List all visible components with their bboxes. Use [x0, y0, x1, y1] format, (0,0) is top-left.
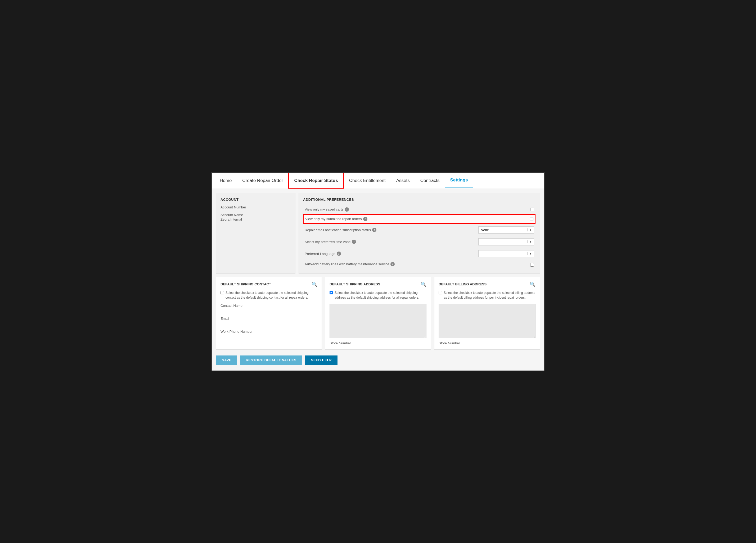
help-button[interactable]: NEED HELP [305, 355, 337, 365]
account-panel: ACCOUNT Account Number Account Name Zebr… [216, 193, 295, 274]
pref-saved-carts-label: View only my saved carts i [305, 207, 528, 212]
email-notification-select-wrapper: None All Custom [478, 227, 534, 234]
language-info-icon[interactable]: i [337, 252, 341, 256]
submitted-repairs-info-icon[interactable]: i [363, 217, 367, 221]
shipping-contact-title: DEFAULT SHIPPING CONTACT 🔍 [221, 281, 317, 287]
nav-check-repair-status[interactable]: Check Repair Status [288, 173, 344, 189]
pref-language-label: Preferred Language i [305, 252, 478, 256]
pref-email-notification-label: Repair email notification subscription s… [305, 228, 478, 232]
action-bar: SAVE RESTORE DEFAULT VALUES NEED HELP [216, 353, 540, 366]
language-select-wrapper [478, 250, 534, 258]
shipping-contact-checkbox-row: Select the checkbox to auto-populate the… [221, 290, 317, 300]
nav-settings[interactable]: Settings [445, 173, 473, 188]
battery-info-icon[interactable]: i [390, 262, 395, 267]
nav-contracts[interactable]: Contracts [415, 173, 445, 188]
timezone-info-icon[interactable]: i [352, 240, 356, 244]
account-panel-title: ACCOUNT [221, 198, 291, 202]
bottom-panels-row: DEFAULT SHIPPING CONTACT 🔍 Select the ch… [216, 277, 540, 350]
email-label: Email [221, 316, 317, 320]
shipping-contact-search-icon[interactable]: 🔍 [312, 281, 317, 287]
account-name-field: Account Name Zebra Internal [221, 213, 291, 222]
billing-address-textarea[interactable] [439, 303, 535, 338]
pref-language-row: Preferred Language i [303, 248, 535, 260]
timezone-select[interactable] [478, 238, 534, 246]
shipping-address-title: DEFAULT SHIPPING ADDRESS 🔍 [330, 281, 426, 287]
pref-submitted-repairs-row: View only my submitted repair orders i [303, 214, 535, 224]
shipping-address-panel: DEFAULT SHIPPING ADDRESS 🔍 Select the ch… [325, 277, 431, 350]
work-phone-label: Work Phone Number [221, 329, 317, 333]
billing-store-number-label: Store Number [439, 341, 535, 345]
shipping-contact-checkbox[interactable] [221, 291, 224, 294]
pref-email-notification-row: Repair email notification subscription s… [303, 224, 535, 236]
restore-button[interactable]: RESTORE DEFAULT VALUES [240, 355, 302, 365]
billing-address-checkbox-label: Select the checkbox to auto-populate the… [444, 290, 535, 300]
nav-create-repair-order[interactable]: Create Repair Order [237, 173, 288, 188]
pref-battery-row: Auto-add battery lines with battery main… [303, 260, 535, 269]
shipping-address-checkbox[interactable] [330, 291, 333, 294]
saved-carts-info-icon[interactable]: i [345, 207, 349, 212]
language-select[interactable] [478, 250, 534, 258]
shipping-address-checkbox-row: Select the checkbox to auto-populate the… [330, 290, 426, 300]
nav-home[interactable]: Home [214, 173, 237, 188]
contact-name-label: Contact Name [221, 303, 317, 307]
shipping-store-number-label: Store Number [330, 341, 426, 345]
billing-address-checkbox-row: Select the checkbox to auto-populate the… [439, 290, 535, 300]
nav-assets[interactable]: Assets [391, 173, 415, 188]
nav-bar: Home Create Repair Order Check Repair St… [212, 173, 544, 189]
account-name-label: Account Name [221, 213, 291, 217]
timezone-select-wrapper [478, 238, 534, 246]
preferences-panel-title: ADDITIONAL PREFERENCES [303, 198, 535, 202]
billing-address-panel: DEFAULT BILLING ADDRESS 🔍 Select the che… [434, 277, 540, 350]
page-content: ACCOUNT Account Number Account Name Zebr… [212, 189, 544, 370]
shipping-address-search-icon[interactable]: 🔍 [421, 281, 426, 287]
top-panels-row: ACCOUNT Account Number Account Name Zebr… [216, 193, 540, 274]
saved-carts-checkbox[interactable] [530, 208, 534, 211]
pref-saved-carts-row: View only my saved carts i [303, 205, 535, 214]
email-notification-info-icon[interactable]: i [372, 228, 376, 232]
billing-address-title: DEFAULT BILLING ADDRESS 🔍 [439, 281, 535, 287]
shipping-address-checkbox-label: Select the checkbox to auto-populate the… [335, 290, 426, 300]
billing-address-checkbox[interactable] [439, 291, 442, 294]
shipping-address-textarea[interactable] [330, 303, 426, 338]
pref-timezone-row: Select my preferred time zone i [303, 236, 535, 248]
account-number-field: Account Number [221, 205, 291, 209]
account-number-label: Account Number [221, 205, 291, 209]
save-button[interactable]: SAVE [216, 355, 237, 365]
shipping-contact-panel: DEFAULT SHIPPING CONTACT 🔍 Select the ch… [216, 277, 322, 350]
battery-checkbox[interactable] [530, 263, 534, 267]
pref-timezone-label: Select my preferred time zone i [305, 240, 478, 244]
nav-check-entitlement[interactable]: Check Entitlement [344, 173, 391, 188]
submitted-repairs-checkbox[interactable] [530, 217, 533, 221]
shipping-contact-checkbox-label: Select the checkbox to auto-populate the… [226, 290, 317, 300]
preferences-panel: ADDITIONAL PREFERENCES View only my save… [299, 193, 540, 274]
pref-battery-label: Auto-add battery lines with battery main… [305, 262, 528, 267]
billing-address-search-icon[interactable]: 🔍 [530, 281, 535, 287]
pref-submitted-repairs-label: View only my submitted repair orders i [305, 217, 527, 221]
account-name-value: Zebra Internal [221, 218, 291, 222]
email-notification-select[interactable]: None All Custom [478, 227, 534, 234]
main-container: Home Create Repair Order Check Repair St… [211, 172, 545, 371]
